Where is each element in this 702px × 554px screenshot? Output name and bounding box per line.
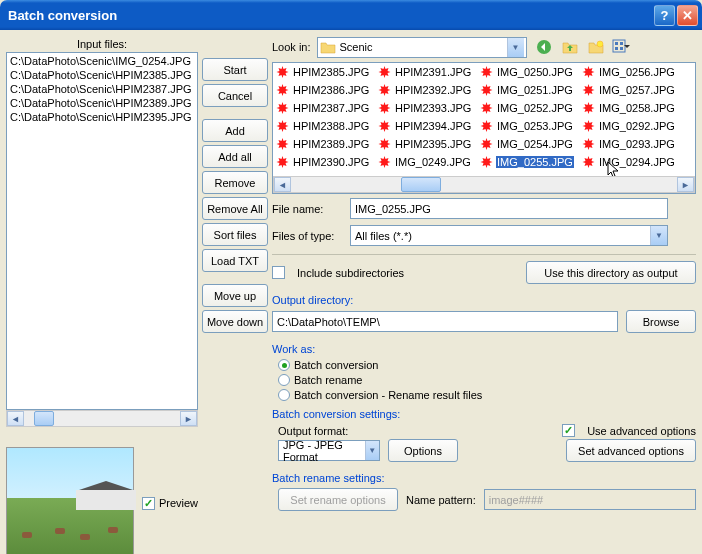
file-item[interactable]: HPIM2395.JPG <box>375 135 477 153</box>
use-directory-button[interactable]: Use this directory as output <box>526 261 696 284</box>
input-hscroll[interactable]: ◄ ► <box>6 410 198 427</box>
use-advanced-label: Use advanced options <box>587 425 696 437</box>
work-as-option-label: Batch conversion <box>294 359 378 371</box>
help-button[interactable]: ? <box>654 5 675 26</box>
file-item[interactable]: HPIM2393.JPG <box>375 99 477 117</box>
work-as-option-label: Batch conversion - Rename result files <box>294 389 482 401</box>
file-item[interactable]: HPIM2386.JPG <box>273 81 375 99</box>
file-item[interactable]: IMG_0249.JPG <box>375 153 477 171</box>
file-item[interactable]: IMG_0293.JPG <box>579 135 681 153</box>
add-all-button[interactable]: Add all <box>202 145 268 168</box>
scroll-thumb[interactable] <box>401 177 441 192</box>
scroll-left-icon[interactable]: ◄ <box>274 177 291 192</box>
filename-input[interactable]: IMG_0255.JPG <box>350 198 668 219</box>
preview-checkbox[interactable] <box>142 497 155 510</box>
bcs-label: Batch conversion settings: <box>272 408 696 420</box>
output-format-select[interactable]: JPG - JPEG Format ▼ <box>278 440 380 461</box>
file-item[interactable]: HPIM2392.JPG <box>375 81 477 99</box>
file-item[interactable]: HPIM2394.JPG <box>375 117 477 135</box>
output-dir-label: Output directory: <box>272 294 696 306</box>
window-title: Batch conversion <box>8 8 654 23</box>
move-down-button[interactable]: Move down <box>202 310 268 333</box>
back-icon[interactable] <box>533 36 555 58</box>
filename-label: File name: <box>272 203 342 215</box>
file-item[interactable]: IMG_0292.JPG <box>579 117 681 135</box>
scroll-left-icon[interactable]: ◄ <box>7 411 24 426</box>
file-browser[interactable]: HPIM2385.JPGHPIM2386.JPGHPIM2387.JPGHPIM… <box>272 62 696 194</box>
cancel-button[interactable]: Cancel <box>202 84 268 107</box>
set-advanced-button[interactable]: Set advanced options <box>566 439 696 462</box>
add-button[interactable]: Add <box>202 119 268 142</box>
file-item[interactable]: HPIM2385.JPG <box>273 63 375 81</box>
svg-rect-3 <box>615 42 618 45</box>
remove-button[interactable]: Remove <box>202 171 268 194</box>
work-as-option-label: Batch rename <box>294 374 362 386</box>
file-item[interactable]: HPIM2389.JPG <box>273 135 375 153</box>
file-item[interactable]: HPIM2388.JPG <box>273 117 375 135</box>
scroll-right-icon[interactable]: ► <box>180 411 197 426</box>
input-file-item[interactable]: C:\DataPhoto\Scenic\IMG_0254.JPG <box>8 54 196 68</box>
look-in-label: Look in: <box>272 41 311 53</box>
new-folder-icon[interactable] <box>585 36 607 58</box>
file-item[interactable]: HPIM2387.JPG <box>273 99 375 117</box>
filetype-label: Files of type: <box>272 230 342 242</box>
load-txt-button[interactable]: Load TXT <box>202 249 268 272</box>
file-item[interactable]: IMG_0256.JPG <box>579 63 681 81</box>
folder-icon <box>320 40 336 54</box>
chevron-down-icon[interactable]: ▼ <box>507 38 524 57</box>
input-file-item[interactable]: C:\DataPhoto\Scenic\HPIM2385.JPG <box>8 68 196 82</box>
format-options-button[interactable]: Options <box>388 439 458 462</box>
name-pattern-label: Name pattern: <box>406 494 476 506</box>
input-file-item[interactable]: C:\DataPhoto\Scenic\HPIM2389.JPG <box>8 96 196 110</box>
close-button[interactable]: ✕ <box>677 5 698 26</box>
scroll-right-icon[interactable]: ► <box>677 177 694 192</box>
move-up-button[interactable]: Move up <box>202 284 268 307</box>
include-sub-label: Include subdirectories <box>297 267 404 279</box>
sort-files-button[interactable]: Sort files <box>202 223 268 246</box>
file-item[interactable]: IMG_0253.JPG <box>477 117 579 135</box>
work-as-label: Work as: <box>272 343 696 355</box>
remove-all-button[interactable]: Remove All <box>202 197 268 220</box>
file-item[interactable]: IMG_0255.JPG <box>477 153 579 171</box>
input-file-item[interactable]: C:\DataPhoto\Scenic\HPIM2395.JPG <box>8 110 196 124</box>
brs-label: Batch rename settings: <box>272 472 696 484</box>
file-item[interactable]: IMG_0258.JPG <box>579 99 681 117</box>
svg-rect-4 <box>620 42 623 45</box>
browser-hscroll[interactable]: ◄ ► <box>273 176 695 193</box>
file-item[interactable]: IMG_0252.JPG <box>477 99 579 117</box>
file-item[interactable]: IMG_0251.JPG <box>477 81 579 99</box>
output-format-label: Output format: <box>278 425 348 437</box>
file-item[interactable]: IMG_0250.JPG <box>477 63 579 81</box>
filetype-select[interactable]: All files (*.*) ▼ <box>350 225 668 246</box>
set-rename-button: Set rename options <box>278 488 398 511</box>
chevron-down-icon[interactable]: ▼ <box>365 441 379 460</box>
start-button[interactable]: Start <box>202 58 268 81</box>
input-files-label: Input files: <box>6 36 198 52</box>
input-files-list[interactable]: C:\DataPhoto\Scenic\IMG_0254.JPGC:\DataP… <box>6 52 198 410</box>
scroll-thumb[interactable] <box>34 411 54 426</box>
file-item[interactable]: IMG_0254.JPG <box>477 135 579 153</box>
file-item[interactable]: IMG_0294.JPG <box>579 153 681 171</box>
work-as-radio[interactable] <box>278 359 290 371</box>
name-pattern-input: image#### <box>484 489 696 510</box>
svg-point-1 <box>597 41 603 47</box>
work-as-radio[interactable] <box>278 374 290 386</box>
file-item[interactable]: HPIM2391.JPG <box>375 63 477 81</box>
file-item[interactable]: HPIM2390.JPG <box>273 153 375 171</box>
file-item[interactable]: IMG_0257.JPG <box>579 81 681 99</box>
preview-thumbnail <box>6 447 134 554</box>
output-dir-input[interactable]: C:\DataPhoto\TEMP\ <box>272 311 618 332</box>
use-advanced-checkbox[interactable] <box>562 424 575 437</box>
browse-button[interactable]: Browse <box>626 310 696 333</box>
up-folder-icon[interactable] <box>559 36 581 58</box>
work-as-radio[interactable] <box>278 389 290 401</box>
titlebar: Batch conversion ? ✕ <box>0 0 702 30</box>
look-in-combo[interactable]: Scenic ▼ <box>317 37 527 58</box>
svg-rect-5 <box>615 47 618 50</box>
svg-rect-6 <box>620 47 623 50</box>
include-sub-checkbox[interactable] <box>272 266 285 279</box>
input-file-item[interactable]: C:\DataPhoto\Scenic\HPIM2387.JPG <box>8 82 196 96</box>
preview-label: Preview <box>159 497 198 509</box>
view-menu-icon[interactable] <box>611 36 633 58</box>
chevron-down-icon[interactable]: ▼ <box>650 226 667 245</box>
